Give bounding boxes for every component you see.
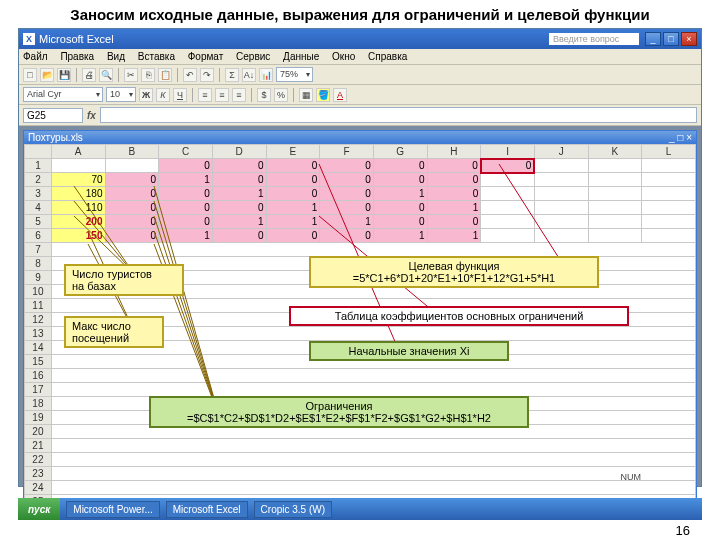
- percent-icon[interactable]: %: [274, 88, 288, 102]
- task-item-3[interactable]: Cropic 3.5 (W): [254, 501, 332, 518]
- format-toolbar: Arial Cyr 10 Ж К Ч ≡ ≡ ≡ $ % ▦ 🪣 A: [19, 85, 701, 105]
- paste-icon[interactable]: 📋: [158, 68, 172, 82]
- callout-max-visits: Макс число посещений: [64, 316, 164, 348]
- formula-bar: G25 fx: [19, 105, 701, 126]
- name-box[interactable]: G25: [23, 108, 83, 123]
- start-button[interactable]: пуск: [18, 498, 60, 520]
- align-left-icon[interactable]: ≡: [198, 88, 212, 102]
- page-number: 16: [676, 523, 690, 538]
- sort-asc-icon[interactable]: A↓: [242, 68, 256, 82]
- italic-icon[interactable]: К: [156, 88, 170, 102]
- sheet-title-label: Похтуры.xls: [28, 132, 83, 143]
- underline-icon[interactable]: Ч: [173, 88, 187, 102]
- formula-input[interactable]: [100, 107, 697, 123]
- help-search[interactable]: Введите вопрос: [549, 33, 639, 45]
- menu-insert[interactable]: Вставка: [138, 51, 175, 62]
- menu-help[interactable]: Справка: [368, 51, 407, 62]
- menubar: Файл Правка Вид Вставка Формат Сервис Да…: [19, 49, 701, 65]
- fontsize-combo[interactable]: 10: [106, 87, 136, 102]
- minimize-button[interactable]: _: [645, 32, 661, 46]
- border-icon[interactable]: ▦: [299, 88, 313, 102]
- app-icon: X: [23, 33, 35, 45]
- standard-toolbar: □ 📂 💾 🖨 🔍 ✂ ⎘ 📋 ↶ ↷ Σ A↓ 📊 75%: [19, 65, 701, 85]
- fill-color-icon[interactable]: 🪣: [316, 88, 330, 102]
- excel-window: X Microsoft Excel Введите вопрос _ □ × Ф…: [18, 28, 702, 487]
- chart-icon[interactable]: 📊: [259, 68, 273, 82]
- save-icon[interactable]: 💾: [57, 68, 71, 82]
- menu-edit[interactable]: Правка: [60, 51, 94, 62]
- menu-format[interactable]: Формат: [188, 51, 224, 62]
- workspace: Похтуры.xls _ □ × ABC DEF GHI JKL 1: [19, 126, 701, 486]
- currency-icon[interactable]: $: [257, 88, 271, 102]
- preview-icon[interactable]: 🔍: [99, 68, 113, 82]
- zoom-combo[interactable]: 75%: [276, 67, 313, 82]
- callout-tourists: Число туристов на базах: [64, 264, 184, 296]
- bold-icon[interactable]: Ж: [139, 88, 153, 102]
- open-icon[interactable]: 📂: [40, 68, 54, 82]
- menu-file[interactable]: Файл: [23, 51, 48, 62]
- app-title: Microsoft Excel: [39, 33, 114, 45]
- task-item-1[interactable]: Microsoft Power...: [66, 501, 159, 518]
- align-center-icon[interactable]: ≡: [215, 88, 229, 102]
- redo-icon[interactable]: ↷: [200, 68, 214, 82]
- sheet-titlebar: Похтуры.xls _ □ ×: [24, 131, 696, 144]
- slide-title: Заносим исходные данные, выражения для о…: [0, 0, 720, 28]
- callout-coeff: Таблица коэффициентов основных ограничен…: [289, 306, 629, 326]
- maximize-button[interactable]: □: [663, 32, 679, 46]
- copy-icon[interactable]: ⎘: [141, 68, 155, 82]
- menu-window[interactable]: Окно: [332, 51, 355, 62]
- new-icon[interactable]: □: [23, 68, 37, 82]
- callout-objective: Целевая функция =5*C1+6*D1+20*E1+10*F1+1…: [309, 256, 599, 288]
- task-item-2[interactable]: Microsoft Excel: [166, 501, 248, 518]
- column-headers[interactable]: ABC DEF GHI JKL: [25, 145, 696, 159]
- sum-icon[interactable]: Σ: [225, 68, 239, 82]
- font-combo[interactable]: Arial Cyr: [23, 87, 103, 102]
- menu-data[interactable]: Данные: [283, 51, 319, 62]
- print-icon[interactable]: 🖨: [82, 68, 96, 82]
- menu-view[interactable]: Вид: [107, 51, 125, 62]
- cut-icon[interactable]: ✂: [124, 68, 138, 82]
- fx-icon[interactable]: fx: [87, 110, 96, 121]
- menu-tools[interactable]: Сервис: [236, 51, 270, 62]
- font-color-icon[interactable]: A: [333, 88, 347, 102]
- undo-icon[interactable]: ↶: [183, 68, 197, 82]
- titlebar: X Microsoft Excel Введите вопрос _ □ ×: [19, 29, 701, 49]
- sheet-window-controls[interactable]: _ □ ×: [669, 132, 692, 143]
- align-right-icon[interactable]: ≡: [232, 88, 246, 102]
- callout-constraints: Ограничения =$C$1*C2+$D$1*D2+$E$1*E2+$F$…: [149, 396, 529, 428]
- taskbar: пуск Microsoft Power... Microsoft Excel …: [18, 498, 702, 520]
- callout-initial-x: Начальные значения Xi: [309, 341, 509, 361]
- close-button[interactable]: ×: [681, 32, 697, 46]
- status-num: NUM: [621, 472, 642, 482]
